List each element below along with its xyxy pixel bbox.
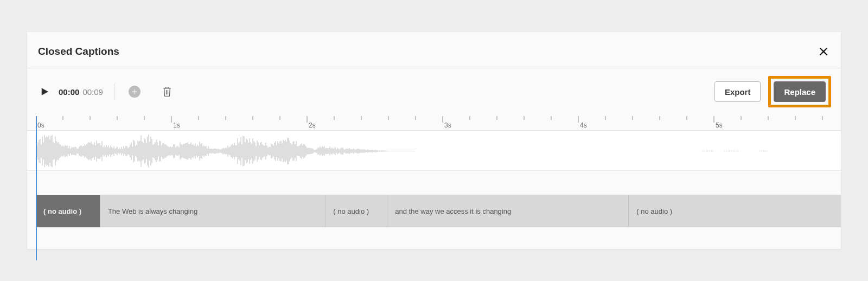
timeline: 0s1s2s3s4s5s ( no audio )The Web is alwa…	[27, 116, 841, 227]
toolbar: 00:00 00:09 Export Replace	[27, 68, 841, 115]
time-total: 00:09	[82, 87, 103, 97]
captions-track: ( no audio )The Web is always changing( …	[27, 195, 841, 227]
timeline-ruler[interactable]: 0s1s2s3s4s5s	[27, 116, 841, 130]
plus-icon	[129, 86, 141, 98]
panel-title: Closed Captions	[38, 46, 119, 58]
replace-button-highlight: Replace	[768, 76, 831, 107]
waveform[interactable]	[27, 130, 841, 171]
playhead[interactable]	[36, 116, 37, 260]
toolbar-divider	[114, 84, 114, 100]
close-button[interactable]	[817, 45, 830, 58]
ruler-ticks	[36, 116, 841, 130]
trash-icon	[162, 86, 172, 98]
panel-header: Closed Captions	[27, 45, 841, 68]
waveform-graphic	[36, 131, 841, 171]
play-icon	[40, 87, 49, 97]
time-current: 00:00	[59, 87, 79, 97]
add-caption-button[interactable]	[127, 85, 142, 99]
timeline-gap	[27, 171, 841, 195]
toolbar-right: Export Replace	[714, 76, 831, 107]
toolbar-left: 00:00 00:09	[38, 84, 174, 100]
caption-segment[interactable]: and the way we access it is changing	[387, 195, 629, 227]
closed-captions-panel: Closed Captions 00:00 00:09	[27, 32, 841, 249]
caption-segment[interactable]: ( no audio )	[326, 195, 387, 227]
caption-segment[interactable]: ( no audio )	[36, 195, 100, 227]
play-button[interactable]	[38, 85, 51, 98]
caption-segment[interactable]: The Web is always changing	[100, 195, 326, 227]
caption-segment[interactable]: ( no audio )	[629, 195, 841, 227]
close-icon	[819, 47, 828, 56]
export-button[interactable]: Export	[714, 81, 761, 102]
delete-caption-button[interactable]	[160, 85, 174, 99]
replace-button[interactable]: Replace	[774, 81, 826, 102]
